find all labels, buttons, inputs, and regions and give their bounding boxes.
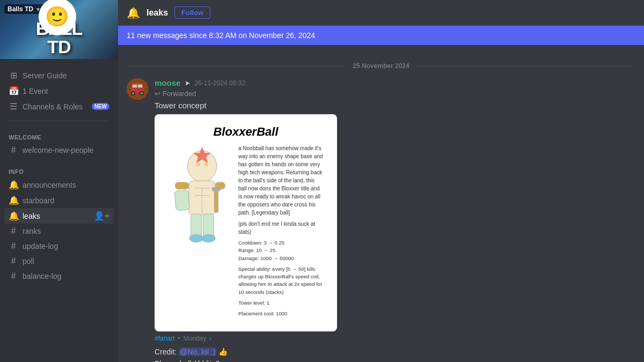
svg-rect-14 <box>175 182 189 189</box>
sidebar-item-update-log[interactable]: # update-log <box>4 239 114 254</box>
channel-bell-icon: 🔔 <box>127 6 140 19</box>
sidebar-item-label: update-log <box>23 242 58 250</box>
sidebar-item-announcements[interactable]: 🔔 announcements <box>4 177 114 193</box>
message-author: moose <box>155 78 180 87</box>
main-content: 🔔 leaks Follow 11 new messages since 8:3… <box>118 0 644 362</box>
message-group: moose ➤ 26-11-2024 08:32 ↩ Forwarded Tow… <box>127 78 635 362</box>
sidebar-item-label: starboard <box>23 196 54 205</box>
messages-area[interactable]: 25 November 2024 <box>118 45 644 362</box>
sidebar-item-leaks[interactable]: 🔔 leaks 👤+ <box>4 208 114 224</box>
hash-icon: # <box>9 241 18 251</box>
grid-icon: ⊞ <box>9 70 18 80</box>
bell-icon: 🔔 <box>9 180 18 190</box>
source-day: Monday <box>184 335 207 342</box>
svg-rect-8 <box>138 85 142 87</box>
boost-icon: ➤ <box>185 79 190 87</box>
server-header[interactable]: 🙂 BALL TD Balls TD ▼ <box>0 0 118 59</box>
follow-button[interactable]: Follow <box>174 6 210 19</box>
hash-icon: # <box>9 256 18 266</box>
info-section: INFO 🔔 announcements 🔔 starboard 🔔 leaks… <box>0 160 118 286</box>
avatar <box>127 78 148 100</box>
credit-prefix: Credit: <box>155 348 177 356</box>
embed-drawing <box>167 144 232 321</box>
sidebar-item-event[interactable]: 📅 1 Event <box>4 83 114 99</box>
top-nav-section: ⊞ Server Guide 📅 1 Event ☰ Channels & Ro… <box>0 59 118 116</box>
source-tag: #fanart • Monday › <box>155 335 635 342</box>
sidebar-item-label: announcements <box>23 181 76 189</box>
sidebar-item-label: poll <box>23 257 34 265</box>
sidebar-item-label: 1 Event <box>23 87 48 95</box>
embed-text-content: a Noobball has somehow made it's way int… <box>238 144 324 321</box>
hash-icon: # <box>9 271 18 281</box>
sidebar-divider <box>9 121 109 121</box>
date-divider: 25 November 2024 <box>127 62 635 70</box>
tower-concept-text: Tower concept <box>155 101 635 110</box>
embed-body: a Noobball has somehow made it's way int… <box>167 144 324 321</box>
sidebar-item-label: balance-log <box>23 272 61 280</box>
sidebar-item-starboard[interactable]: 🔔 starboard <box>4 193 114 208</box>
svg-point-4 <box>132 92 134 94</box>
message-timestamp: 26-11-2024 08:32 <box>194 79 245 87</box>
avatar-image <box>127 78 148 100</box>
credit-mention: @No, lol :) <box>179 348 216 356</box>
forwarded-label: ↩ Forwarded <box>155 90 635 98</box>
new-messages-text: 11 new messages since 8:32 AM on Novembe… <box>127 31 315 40</box>
bell-icon: 🔔 <box>9 195 18 205</box>
date-divider-line-left <box>127 66 348 67</box>
image-embed: BloxxerBall <box>155 114 337 331</box>
sidebar-item-label: leaks <box>23 212 40 220</box>
message-content: moose ➤ 26-11-2024 08:32 ↩ Forwarded Tow… <box>155 78 635 362</box>
bell-icon: 🔔 <box>9 211 18 221</box>
svg-point-12 <box>204 163 208 167</box>
list-icon: ☰ <box>9 101 18 112</box>
sidebar: 🙂 BALL TD Balls TD ▼ ⊞ Server Guide 📅 1 … <box>0 0 118 362</box>
date-divider-line-right <box>414 66 635 67</box>
sidebar-item-poll[interactable]: # poll <box>4 254 114 269</box>
sidebar-item-server-guide[interactable]: ⊞ Server Guide <box>4 68 114 83</box>
sidebar-item-balance-log[interactable]: # balance-log <box>4 269 114 284</box>
embed-placement-cost: Placement cost: 1000 <box>238 310 324 317</box>
sidebar-item-ranks[interactable]: # ranks <box>4 224 114 239</box>
embed-special: Special ability: every [5 → 50] kills ch… <box>238 265 324 296</box>
forwarded-text: Forwarded <box>163 90 196 98</box>
svg-point-11 <box>196 163 200 167</box>
svg-point-20 <box>202 234 215 242</box>
embed-disclaimer: (pls don't end me I kinda suck at stats) <box>238 220 324 236</box>
embed-description: a Noobball has somehow made it's way int… <box>238 144 324 217</box>
info-section-label: INFO <box>4 168 114 175</box>
embed-title: BloxxerBall <box>167 125 324 139</box>
channel-name: leaks <box>147 8 168 18</box>
bullet-separator: • <box>178 335 180 342</box>
hash-icon: # <box>9 145 18 155</box>
welcome-section-label: WELCOME <box>4 134 114 141</box>
svg-rect-7 <box>133 85 137 87</box>
forward-arrow-icon: ↩ <box>155 90 160 98</box>
credit-emoji: 👍 <box>218 348 228 356</box>
channel-header: 🔔 leaks Follow <box>118 0 644 26</box>
date-divider-text: 25 November 2024 <box>353 62 409 70</box>
source-arrow-icon: › <box>209 335 211 342</box>
svg-rect-24 <box>214 188 218 212</box>
hash-icon: # <box>9 226 18 236</box>
sidebar-item-label: Channels & Roles <box>23 102 83 111</box>
sidebar-item-label: ranks <box>23 227 41 235</box>
embed-tower-level: Tower level: 1 <box>238 299 324 307</box>
svg-point-19 <box>189 234 203 242</box>
server-name: Balls TD <box>8 5 33 13</box>
sidebar-item-label: welcome-new-people <box>23 146 93 154</box>
embed-stats: Cooldown: 3 → 0.25 Range: 10 → 25 Damage… <box>238 239 324 262</box>
new-messages-banner[interactable]: 11 new messages since 8:32 AM on Novembe… <box>118 26 644 45</box>
add-member-icon[interactable]: 👤+ <box>94 211 109 221</box>
sidebar-item-welcome-new-people[interactable]: # welcome-new-people <box>4 143 114 158</box>
new-badge: NEW <box>92 103 109 110</box>
source-channel: #fanart <box>155 335 174 342</box>
message-meta: moose ➤ 26-11-2024 08:32 <box>155 78 635 87</box>
svg-rect-25 <box>212 187 221 191</box>
sidebar-item-channels-roles[interactable]: ☰ Channels & Roles NEW <box>4 99 114 114</box>
svg-rect-15 <box>174 190 190 210</box>
credit-line: Credit: @No, lol :) 👍 <box>155 348 635 356</box>
sidebar-item-label: Server Guide <box>23 71 67 80</box>
calendar-icon: 📅 <box>9 86 18 96</box>
bloxxerball-question: Bloxxerball Abblity? <box>155 359 635 362</box>
welcome-section: WELCOME # welcome-new-people <box>0 125 118 160</box>
